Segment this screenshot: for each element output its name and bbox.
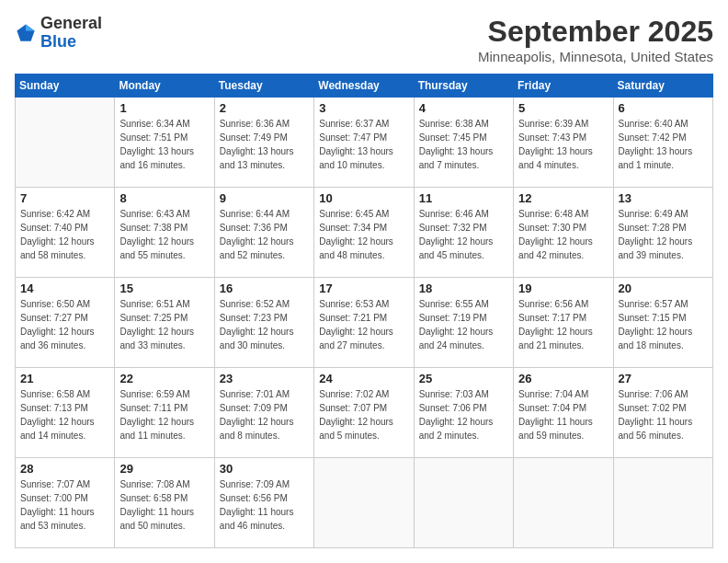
- day-info: Sunrise: 6:40 AMSunset: 7:42 PMDaylight:…: [619, 117, 708, 172]
- calendar-cell: 10Sunrise: 6:45 AMSunset: 7:34 PMDayligh…: [314, 188, 414, 278]
- day-number: 16: [220, 282, 309, 295]
- day-number: 24: [319, 372, 408, 385]
- calendar-cell: 5Sunrise: 6:39 AMSunset: 7:43 PMDaylight…: [514, 98, 613, 188]
- day-number: 4: [419, 101, 508, 115]
- title-block: September 2025 Minneapolis, Minnesota, U…: [478, 15, 713, 64]
- week-row: 28Sunrise: 7:07 AMSunset: 7:00 PMDayligh…: [16, 458, 713, 548]
- day-number: 28: [20, 462, 109, 476]
- calendar-cell: 3Sunrise: 6:37 AMSunset: 7:47 PMDaylight…: [314, 98, 414, 188]
- calendar-cell: 8Sunrise: 6:43 AMSunset: 7:38 PMDaylight…: [115, 188, 214, 278]
- calendar-cell: 28Sunrise: 7:07 AMSunset: 7:00 PMDayligh…: [16, 458, 115, 548]
- day-number: 7: [20, 191, 109, 205]
- day-info: Sunrise: 7:07 AMSunset: 7:00 PMDaylight:…: [20, 477, 109, 533]
- calendar-cell: [16, 98, 115, 188]
- logo-icon: [15, 22, 37, 44]
- logo-text: General Blue: [40, 15, 102, 52]
- day-number: 15: [119, 282, 209, 295]
- calendar-cell: 19Sunrise: 6:56 AMSunset: 7:17 PMDayligh…: [514, 278, 613, 368]
- day-info: Sunrise: 6:43 AMSunset: 7:38 PMDaylight:…: [119, 207, 209, 262]
- calendar: Sunday Monday Tuesday Wednesday Thursday…: [15, 74, 713, 548]
- day-number: 26: [518, 372, 608, 385]
- day-info: Sunrise: 7:08 AMSunset: 6:58 PMDaylight:…: [119, 477, 209, 533]
- calendar-cell: 26Sunrise: 7:04 AMSunset: 7:04 PMDayligh…: [514, 368, 613, 458]
- calendar-cell: 16Sunrise: 6:52 AMSunset: 7:23 PMDayligh…: [214, 278, 313, 368]
- day-info: Sunrise: 6:39 AMSunset: 7:43 PMDaylight:…: [518, 117, 608, 172]
- day-number: 30: [220, 462, 309, 476]
- calendar-cell: 30Sunrise: 7:09 AMSunset: 6:56 PMDayligh…: [214, 458, 313, 548]
- day-info: Sunrise: 6:57 AMSunset: 7:15 PMDaylight:…: [619, 297, 708, 352]
- week-row: 21Sunrise: 6:58 AMSunset: 7:13 PMDayligh…: [16, 368, 713, 458]
- day-info: Sunrise: 6:52 AMSunset: 7:23 PMDaylight:…: [220, 297, 309, 352]
- calendar-cell: 21Sunrise: 6:58 AMSunset: 7:13 PMDayligh…: [16, 368, 115, 458]
- calendar-cell: 18Sunrise: 6:55 AMSunset: 7:19 PMDayligh…: [414, 278, 513, 368]
- calendar-cell: [613, 458, 712, 548]
- day-number: 14: [20, 282, 109, 295]
- logo-blue: Blue: [40, 33, 102, 52]
- day-number: 5: [518, 101, 608, 115]
- header-monday: Monday: [115, 75, 214, 98]
- location: Minneapolis, Minnesota, United States: [478, 49, 713, 64]
- calendar-cell: 20Sunrise: 6:57 AMSunset: 7:15 PMDayligh…: [613, 278, 712, 368]
- day-number: 29: [119, 462, 209, 476]
- calendar-cell: 1Sunrise: 6:34 AMSunset: 7:51 PMDaylight…: [115, 98, 214, 188]
- calendar-cell: 11Sunrise: 6:46 AMSunset: 7:32 PMDayligh…: [414, 188, 513, 278]
- day-number: 3: [319, 101, 408, 115]
- calendar-cell: [514, 458, 613, 548]
- day-info: Sunrise: 6:44 AMSunset: 7:36 PMDaylight:…: [220, 207, 309, 262]
- calendar-cell: 23Sunrise: 7:01 AMSunset: 7:09 PMDayligh…: [214, 368, 313, 458]
- day-info: Sunrise: 6:59 AMSunset: 7:11 PMDaylight:…: [119, 387, 209, 442]
- header-wednesday: Wednesday: [314, 75, 414, 98]
- calendar-cell: 6Sunrise: 6:40 AMSunset: 7:42 PMDaylight…: [613, 98, 712, 188]
- svg-marker-1: [26, 24, 35, 30]
- month-title: September 2025: [478, 15, 713, 49]
- day-info: Sunrise: 6:49 AMSunset: 7:28 PMDaylight:…: [619, 207, 708, 262]
- calendar-cell: 12Sunrise: 6:48 AMSunset: 7:30 PMDayligh…: [514, 188, 613, 278]
- day-number: 9: [220, 191, 309, 205]
- calendar-cell: 27Sunrise: 7:06 AMSunset: 7:02 PMDayligh…: [613, 368, 712, 458]
- calendar-cell: [314, 458, 414, 548]
- day-number: 23: [220, 372, 309, 385]
- header-saturday: Saturday: [613, 75, 712, 98]
- day-info: Sunrise: 6:46 AMSunset: 7:32 PMDaylight:…: [419, 207, 508, 262]
- calendar-cell: 9Sunrise: 6:44 AMSunset: 7:36 PMDaylight…: [214, 188, 313, 278]
- day-info: Sunrise: 6:45 AMSunset: 7:34 PMDaylight:…: [319, 207, 408, 262]
- day-number: 6: [619, 101, 708, 115]
- day-info: Sunrise: 6:51 AMSunset: 7:25 PMDaylight:…: [119, 297, 209, 352]
- calendar-cell: 4Sunrise: 6:38 AMSunset: 7:45 PMDaylight…: [414, 98, 513, 188]
- day-number: 25: [419, 372, 508, 385]
- calendar-cell: 14Sunrise: 6:50 AMSunset: 7:27 PMDayligh…: [16, 278, 115, 368]
- calendar-cell: 15Sunrise: 6:51 AMSunset: 7:25 PMDayligh…: [115, 278, 214, 368]
- calendar-cell: [414, 458, 513, 548]
- day-info: Sunrise: 6:42 AMSunset: 7:40 PMDaylight:…: [20, 207, 109, 262]
- day-number: 17: [319, 282, 408, 295]
- day-number: 13: [619, 191, 708, 205]
- page: General Blue September 2025 Minneapolis,…: [0, 0, 728, 563]
- day-info: Sunrise: 6:38 AMSunset: 7:45 PMDaylight:…: [419, 117, 508, 172]
- day-info: Sunrise: 6:37 AMSunset: 7:47 PMDaylight:…: [319, 117, 408, 172]
- calendar-cell: 7Sunrise: 6:42 AMSunset: 7:40 PMDaylight…: [16, 188, 115, 278]
- day-info: Sunrise: 6:50 AMSunset: 7:27 PMDaylight:…: [20, 297, 109, 352]
- day-info: Sunrise: 6:48 AMSunset: 7:30 PMDaylight:…: [518, 207, 608, 262]
- day-info: Sunrise: 6:34 AMSunset: 7:51 PMDaylight:…: [119, 117, 209, 172]
- header-tuesday: Tuesday: [214, 75, 313, 98]
- day-number: 12: [518, 191, 608, 205]
- day-number: 1: [119, 101, 209, 115]
- day-number: 21: [20, 372, 109, 385]
- header-thursday: Thursday: [414, 75, 513, 98]
- day-number: 10: [319, 191, 408, 205]
- day-number: 19: [518, 282, 608, 295]
- calendar-cell: 22Sunrise: 6:59 AMSunset: 7:11 PMDayligh…: [115, 368, 214, 458]
- logo-general: General: [40, 15, 102, 33]
- weekday-header-row: Sunday Monday Tuesday Wednesday Thursday…: [16, 75, 713, 98]
- calendar-cell: 17Sunrise: 6:53 AMSunset: 7:21 PMDayligh…: [314, 278, 414, 368]
- day-info: Sunrise: 7:01 AMSunset: 7:09 PMDaylight:…: [220, 387, 309, 442]
- logo: General Blue: [15, 15, 102, 52]
- day-info: Sunrise: 7:06 AMSunset: 7:02 PMDaylight:…: [619, 387, 708, 442]
- day-info: Sunrise: 6:56 AMSunset: 7:17 PMDaylight:…: [518, 297, 608, 352]
- day-number: 22: [119, 372, 209, 385]
- day-number: 8: [119, 191, 209, 205]
- day-number: 18: [419, 282, 508, 295]
- week-row: 14Sunrise: 6:50 AMSunset: 7:27 PMDayligh…: [16, 278, 713, 368]
- day-info: Sunrise: 7:09 AMSunset: 6:56 PMDaylight:…: [220, 477, 309, 533]
- week-row: 7Sunrise: 6:42 AMSunset: 7:40 PMDaylight…: [16, 188, 713, 278]
